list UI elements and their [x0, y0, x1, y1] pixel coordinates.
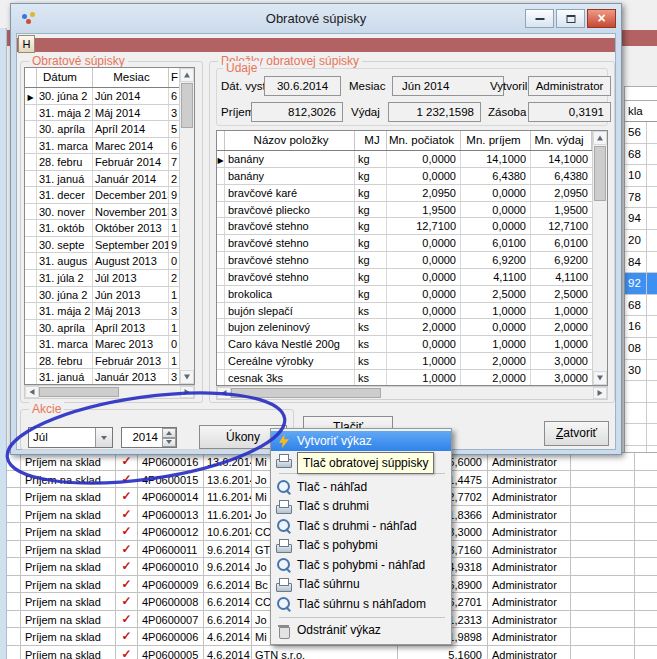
titlebar[interactable]: Obratové súpisky ×	[11, 4, 621, 33]
supisky-row[interactable]: ▶ 31. júla 2 Júl 2013 2	[25, 270, 179, 287]
close-button[interactable]: ×	[587, 9, 616, 28]
minimize-button[interactable]	[525, 9, 554, 28]
menu-item[interactable]: Tlač súhrnu s náhľadom	[271, 594, 451, 614]
supisky-row[interactable]: ▶ 31. januá Január 2014 2	[25, 171, 179, 188]
combobox-dropdown-button[interactable]	[95, 428, 112, 447]
cell-mesiac: Apríl 2014	[93, 121, 169, 137]
scroll-down-button[interactable]	[593, 371, 607, 385]
item-row[interactable]: ▶ bravčové pliecko kg 1,9500 0,0000 1,95…	[217, 202, 592, 219]
maximize-button[interactable]	[556, 9, 585, 28]
side-cell-value: 08	[628, 342, 641, 354]
menu-item[interactable]: Tlač súhrnu	[271, 575, 451, 595]
scroll-left-button[interactable]	[25, 386, 39, 398]
item-row[interactable]: ▶ bravčové stehno kg 0,0000 4,1100 4,110…	[217, 269, 592, 286]
scroll-thumb[interactable]	[181, 83, 193, 128]
spin-up-button[interactable]	[162, 428, 176, 438]
item-row[interactable]: ▶ brokolica kg 0,0000 2,5000 2,5000	[217, 286, 592, 303]
menu-item[interactable]: Tlač s druhmi - náhľad	[271, 516, 451, 536]
side-column-cell[interactable]: 08	[625, 338, 657, 360]
scroll-up-button[interactable]	[180, 68, 194, 82]
scroll-right-button[interactable]	[593, 387, 607, 399]
vertical-scrollbar[interactable]	[592, 131, 607, 385]
receipt-doc-number: 4P0600014	[138, 488, 204, 505]
supisky-row[interactable]: ▶ 31. marca Marec 2014 6	[25, 138, 179, 155]
zatvorit-button[interactable]: Zatvoriť	[544, 421, 609, 446]
prijem-label: Príjem	[221, 106, 254, 118]
items-grid-header: Názov položky MJ Mn. počiatok Mn. príjem…	[217, 131, 592, 151]
item-row[interactable]: ▶ Caro káva Nestlé 200g ks 0,0000 1,0000…	[217, 336, 592, 353]
item-row[interactable]: ▶ banány kg 0,0000 14,1000 14,1000	[217, 151, 592, 168]
scroll-thumb[interactable]	[39, 387, 119, 397]
supisky-row[interactable]: ▶ 31. mája 2 Máj 2013 3	[25, 303, 179, 320]
side-column-cell[interactable]: 78	[625, 187, 657, 209]
side-column-cell[interactable]: 10	[625, 165, 657, 187]
item-row[interactable]: ▶ bujon zeleninový ks 2,0000 0,0000 2,00…	[217, 319, 592, 336]
month-combobox[interactable]: Júl	[28, 427, 113, 448]
cell-f: 5	[169, 121, 179, 137]
spin-down-button[interactable]	[162, 438, 176, 448]
item-row[interactable]: ▶ bravčové stehno kg 12,7100 0,0000 12,7…	[217, 218, 592, 235]
side-column-cell[interactable]: 68	[625, 295, 657, 317]
receipt-amount: 5,1600	[398, 646, 488, 659]
side-column-cell[interactable]: 84	[625, 252, 657, 274]
supisky-row[interactable]: ▶ 31. októb Október 2013 1	[25, 220, 179, 237]
cell-datum: 30. apríla	[37, 121, 93, 137]
menu-item[interactable]: Vytvoriť výkaz	[271, 431, 451, 451]
supisky-row[interactable]: ▶ 28. febru Február 2013 1	[25, 353, 179, 370]
cell-vydaj: 14,1000	[531, 151, 592, 167]
horizontal-scrollbar[interactable]	[216, 386, 608, 400]
menu-item[interactable]: Odstrániť výkaz	[271, 621, 451, 641]
scroll-thumb[interactable]	[594, 146, 606, 201]
item-row[interactable]: ▶ Cereálne výrobky ks 1,0000 2,0000 3,00…	[217, 353, 592, 370]
supisky-row[interactable]: ▶ 30. apríla Apríl 2013 1	[25, 320, 179, 337]
horizontal-scrollbar[interactable]	[24, 385, 195, 399]
vertical-scrollbar[interactable]	[179, 68, 194, 384]
item-row[interactable]: ▶ banány kg 0,0000 6,4380 6,4380	[217, 168, 592, 185]
trash-icon	[275, 623, 293, 638]
side-column-cell[interactable]: 30	[625, 360, 657, 382]
supisky-row[interactable]: ▶ 31. marca Marec 2013 0	[25, 336, 179, 353]
supisky-row[interactable]: ▶ 28. febru Február 2014 7	[25, 154, 179, 171]
supisky-row[interactable]: ▶ 30. júna 2 Jún 2013 1	[25, 287, 179, 304]
side-column-cell[interactable]: 68	[625, 144, 657, 166]
supisky-row[interactable]: ▶ 30. septe September 2013 9	[25, 237, 179, 254]
menu-item[interactable]: Tlač - náhľad	[271, 477, 451, 497]
menu-item[interactable]: Tlač s pohybmi - náhľad	[271, 555, 451, 575]
scroll-down-button[interactable]	[180, 370, 194, 384]
arrow-down-icon	[184, 375, 190, 380]
side-cell-value: 20	[628, 234, 641, 246]
receipt-doc-number: 4P0600008	[138, 593, 204, 610]
item-row[interactable]: ▶ bravčové stehno kg 0,0000 6,9200 6,920…	[217, 252, 592, 269]
item-row[interactable]: ▶ bravčové stehno kg 0,0000 6,0100 6,010…	[217, 235, 592, 252]
side-column-cell[interactable]: 16	[625, 316, 657, 338]
supisky-row[interactable]: ▶ 31. januá Január 2013 3	[25, 369, 179, 385]
scroll-left-button[interactable]	[217, 387, 231, 399]
cell-datum: 28. febru	[37, 154, 93, 170]
receipt-doc-number: 4P0600016	[138, 453, 204, 470]
scroll-right-button[interactable]	[180, 386, 194, 398]
item-row[interactable]: ▶ cesnak 3ks ks 1,0000 2,0000 3,0000	[217, 370, 592, 386]
side-column-cell[interactable]: 94	[625, 208, 657, 230]
supisky-row[interactable]: ▶ 31. decer December 2013 9	[25, 187, 179, 204]
receipt-empty-cell	[571, 558, 635, 575]
supisky-row[interactable]: ▶ 30. júna 2 Jún 2014 6	[25, 88, 179, 105]
h-button[interactable]: H	[18, 35, 35, 53]
item-row[interactable]: ▶ bravčové karé kg 2,0950 0,0000 2,0950	[217, 185, 592, 202]
menu-item[interactable]: Tlač s druhmi	[271, 497, 451, 517]
item-row[interactable]: ▶ bujón slepačí ks 0,0000 1,0000 1,0000	[217, 303, 592, 320]
supisky-row[interactable]: ▶ 31. mája 2 Máj 2014 3	[25, 105, 179, 122]
scroll-up-button[interactable]	[593, 131, 607, 145]
supisky-row[interactable]: ▶ 30. apríla Apríl 2014 5	[25, 121, 179, 138]
side-column-cell[interactable]: 56	[625, 122, 657, 144]
column-header-pociatok: Mn. počiatok	[387, 131, 461, 150]
year-spinner[interactable]: 2014	[121, 427, 177, 448]
receipt-empty-cell	[635, 506, 657, 523]
side-column-cell[interactable]: 92	[625, 273, 657, 295]
receipt-row[interactable]: Príjem na sklad ✓ 4P0600005 4.6.2014 GTN…	[7, 646, 657, 659]
side-column-cell[interactable]: 20	[625, 230, 657, 252]
supisky-row[interactable]: ▶ 31. augus August 2013 0	[25, 253, 179, 270]
supisky-row[interactable]: ▶ 30. nover November 2013 3	[25, 204, 179, 221]
scroll-thumb[interactable]	[231, 388, 381, 398]
cell-datum: 31. januá	[37, 369, 93, 385]
menu-item[interactable]: Tlač s pohybmi	[271, 536, 451, 556]
